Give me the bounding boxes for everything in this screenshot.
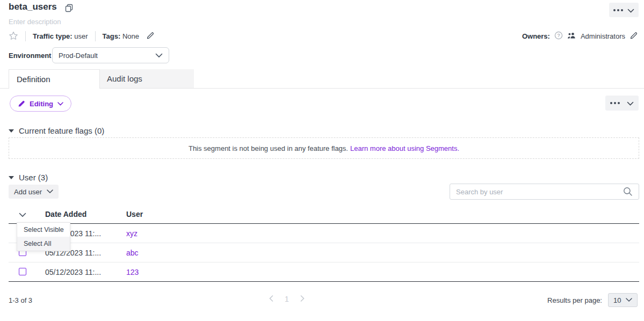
help-circle-icon[interactable]: ? bbox=[554, 31, 563, 41]
row-user-link[interactable]: 123 bbox=[126, 268, 139, 276]
segment-page: beta_users Enter description Traffic typ… bbox=[0, 0, 644, 321]
edit-owners-icon[interactable] bbox=[629, 32, 638, 41]
tab-audit-logs[interactable]: Audit logs bbox=[100, 69, 194, 88]
pagination: 1 bbox=[269, 295, 305, 303]
column-user[interactable]: User bbox=[126, 210, 143, 218]
environment-value: Prod-Default bbox=[59, 52, 98, 60]
results-per-page: Results per page: 10 bbox=[547, 293, 638, 307]
traffic-type: Traffic type: user bbox=[33, 32, 88, 40]
definition-actions bbox=[605, 96, 639, 111]
table-header: Date Added User bbox=[9, 208, 639, 224]
chevron-down-icon bbox=[57, 102, 63, 106]
select-dropdown-menu: Select Visible Select All bbox=[17, 222, 70, 251]
table-row: 05/12/2023 11:... 123 bbox=[9, 262, 639, 282]
copy-icon[interactable] bbox=[65, 4, 73, 14]
editing-label: Editing bbox=[30, 100, 53, 108]
tab-label: Definition bbox=[17, 75, 50, 84]
users-table: Date Added User 05/12/2023 11:... xyz 05… bbox=[9, 208, 639, 282]
page-title: beta_users bbox=[9, 2, 57, 12]
chevron-down-icon[interactable] bbox=[627, 5, 634, 15]
results-range: 1-3 of 3 bbox=[9, 296, 32, 304]
environment-select[interactable]: Prod-Default bbox=[52, 47, 169, 63]
chevron-down-icon bbox=[626, 298, 632, 302]
search-box bbox=[450, 184, 639, 200]
traffic-type-label: Traffic type: bbox=[33, 32, 73, 40]
learn-more-link[interactable]: Learn more about using Segments. bbox=[350, 144, 459, 152]
next-page-icon[interactable] bbox=[300, 295, 305, 303]
page-number[interactable]: 1 bbox=[285, 295, 289, 303]
star-icon[interactable] bbox=[9, 31, 18, 42]
owners-label: Owners: bbox=[522, 32, 550, 40]
add-user-label: Add user bbox=[14, 188, 42, 196]
results-per-page-select[interactable]: 10 bbox=[608, 293, 638, 307]
add-user-button[interactable]: Add user bbox=[9, 185, 59, 199]
pencil-icon bbox=[18, 100, 25, 107]
feature-flags-title: Current feature flags (0) bbox=[19, 126, 104, 135]
empty-text: This segment is not being used in any fe… bbox=[189, 144, 348, 152]
search-input[interactable] bbox=[456, 188, 623, 196]
table-row: 05/12/2023 11:... xyz bbox=[9, 224, 639, 243]
owners-row: Owners: ? Administrators bbox=[522, 31, 638, 41]
menu-item-select-all[interactable]: Select All bbox=[17, 237, 70, 251]
results-per-page-value: 10 bbox=[613, 296, 621, 304]
more-menu-icon[interactable] bbox=[613, 9, 623, 11]
chevron-down-icon[interactable] bbox=[627, 98, 634, 108]
column-date-added[interactable]: Date Added bbox=[45, 210, 86, 218]
environment-label: Environment bbox=[9, 52, 51, 60]
prev-page-icon[interactable] bbox=[269, 295, 273, 303]
caret-down-icon bbox=[9, 176, 14, 179]
meta-row: Traffic type: user Tags: None bbox=[9, 31, 155, 41]
edit-tags-icon[interactable] bbox=[146, 32, 155, 41]
owners-value[interactable]: Administrators bbox=[581, 32, 625, 40]
feature-flags-section-header[interactable]: Current feature flags (0) bbox=[9, 126, 104, 135]
chevron-down-icon bbox=[47, 189, 53, 194]
select-dropdown-trigger[interactable] bbox=[19, 210, 26, 219]
divider bbox=[25, 31, 26, 41]
chevron-down-icon bbox=[155, 53, 163, 58]
user-section-title: User (3) bbox=[19, 173, 48, 182]
row-user-link[interactable]: abc bbox=[126, 249, 139, 257]
row-date: 05/12/2023 11:... bbox=[45, 268, 101, 276]
menu-item-select-visible[interactable]: Select Visible bbox=[17, 223, 70, 237]
user-section-header[interactable]: User (3) bbox=[9, 173, 48, 182]
tags-value: None bbox=[122, 32, 139, 40]
tab-label: Audit logs bbox=[107, 74, 142, 83]
editing-button[interactable]: Editing bbox=[10, 96, 71, 112]
feature-flags-empty-state: This segment is not being used in any fe… bbox=[9, 137, 639, 159]
row-checkbox[interactable] bbox=[19, 268, 26, 275]
divider bbox=[95, 31, 96, 41]
caret-down-icon bbox=[9, 129, 14, 133]
row-user-link[interactable]: xyz bbox=[126, 229, 138, 238]
tags: Tags: None bbox=[103, 32, 139, 40]
tags-label: Tags: bbox=[103, 32, 121, 40]
traffic-type-value: user bbox=[74, 32, 88, 40]
tab-definition[interactable]: Definition bbox=[9, 69, 100, 89]
results-per-page-label: Results per page: bbox=[547, 296, 602, 304]
header-actions bbox=[609, 3, 639, 17]
magnifier-icon[interactable] bbox=[623, 187, 633, 196]
people-icon bbox=[567, 32, 576, 41]
svg-text:?: ? bbox=[557, 33, 560, 38]
table-row: 05/12/2023 11:... abc bbox=[9, 243, 639, 262]
more-menu-icon[interactable] bbox=[610, 102, 620, 104]
description-placeholder[interactable]: Enter description bbox=[9, 18, 61, 26]
